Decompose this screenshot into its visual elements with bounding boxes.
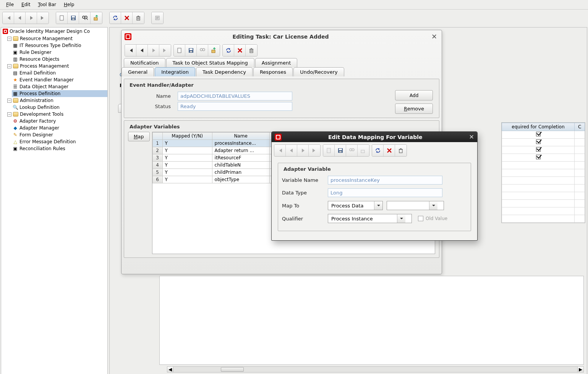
tab-task-dependency[interactable]: Task Dependency xyxy=(196,67,253,76)
expander-icon[interactable]: − xyxy=(7,99,11,103)
old-value-checkbox[interactable] xyxy=(418,216,423,221)
node-adapter-factory[interactable]: Adapter Factory xyxy=(19,118,56,124)
menu-edit[interactable]: Edit xyxy=(18,1,34,8)
tab-assignment[interactable]: Assignment xyxy=(255,58,298,67)
find-button[interactable] xyxy=(346,145,358,156)
variable-name-input[interactable] xyxy=(328,176,442,185)
nav-next-button[interactable] xyxy=(148,45,159,56)
node-resource-objects[interactable]: Resource Objects xyxy=(19,57,59,62)
menu-toolbar[interactable]: Tool Bar xyxy=(34,1,60,8)
nav-last-button[interactable] xyxy=(309,145,320,156)
scroll-thumb[interactable] xyxy=(221,367,244,372)
save-button[interactable] xyxy=(185,45,197,56)
export-button[interactable] xyxy=(358,145,369,156)
map-to-combo-2[interactable] xyxy=(387,201,444,210)
scroll-right-icon[interactable]: ▶ xyxy=(577,367,583,372)
horizontal-scrollbar[interactable]: ◀ ▶ xyxy=(167,366,584,372)
add-adapter-button[interactable]: Add xyxy=(395,90,433,100)
tab-task-object-status[interactable]: Task to Object Status Mapping xyxy=(166,58,254,67)
data-type-input[interactable] xyxy=(328,188,442,197)
trash-button[interactable] xyxy=(395,145,407,156)
col-mapped[interactable]: Mapped (Y/N) xyxy=(162,133,212,140)
nav-prev-button[interactable] xyxy=(286,145,297,156)
map-to-combo[interactable]: Process Data xyxy=(328,201,383,210)
tab-general[interactable]: General xyxy=(121,67,154,76)
node-process-management[interactable]: Process Management xyxy=(20,63,69,69)
node-dev-tools[interactable]: Development Tools xyxy=(20,112,63,117)
delete-button[interactable] xyxy=(384,145,395,156)
map-button[interactable]: Map xyxy=(128,132,150,141)
nav-prev-button[interactable] xyxy=(14,12,26,24)
data-icon: ☰ xyxy=(13,84,18,89)
window-titlebar[interactable]: Editing Task: Car License Added ✕ xyxy=(121,30,442,43)
menu-bar[interactable]: FFileile Edit Tool Bar Help xyxy=(0,0,588,10)
expander-icon[interactable]: − xyxy=(7,112,11,117)
node-adapter-manager[interactable]: Adapter Manager xyxy=(19,125,59,131)
col-c[interactable]: C xyxy=(575,123,585,131)
find-button[interactable] xyxy=(79,12,91,24)
delete-button[interactable] xyxy=(121,12,133,24)
find-button[interactable] xyxy=(197,45,208,56)
qualifier-combo[interactable]: Process Instance xyxy=(328,214,412,223)
tab-integration[interactable]: Integration xyxy=(155,67,195,76)
nav-prev-button[interactable] xyxy=(136,45,148,56)
adapter-status-input[interactable] xyxy=(178,102,292,111)
checkbox-checked-icon[interactable] xyxy=(536,132,541,136)
refresh-button[interactable] xyxy=(372,145,384,156)
tab-undo-recovery[interactable]: Undo/Recovery xyxy=(293,67,344,76)
node-form-designer[interactable]: Form Designer xyxy=(19,132,53,138)
chevron-down-icon[interactable] xyxy=(374,201,382,210)
adapter-name-input[interactable] xyxy=(178,92,292,100)
tab-responses[interactable]: Responses xyxy=(253,67,293,76)
node-data-object[interactable]: Data Object Manager xyxy=(19,84,68,89)
dialog-close-button[interactable]: ✕ xyxy=(469,133,474,141)
export-button[interactable] xyxy=(91,12,102,24)
menu-file[interactable]: FFileile xyxy=(2,1,18,8)
node-rule-designer[interactable]: Rule Designer xyxy=(19,50,52,55)
export-button[interactable] xyxy=(208,45,220,56)
new-button[interactable] xyxy=(174,45,185,56)
chevron-down-icon[interactable] xyxy=(397,214,405,223)
node-process-definition[interactable]: Process Definition xyxy=(19,91,60,96)
nav-first-button[interactable] xyxy=(274,145,286,156)
tab-notification[interactable]: Notification xyxy=(124,58,165,67)
menu-help[interactable]: Help xyxy=(60,1,78,8)
node-error-message[interactable]: Error Message Definition xyxy=(19,139,76,144)
node-resource-management[interactable]: Resource Management xyxy=(20,36,73,41)
checkbox-checked-icon[interactable] xyxy=(536,147,541,152)
node-it-resources[interactable]: IT Resources Type Definitio xyxy=(19,43,81,48)
save-button[interactable] xyxy=(68,12,79,24)
col-required[interactable]: equired for Completion xyxy=(502,123,575,131)
delete-button[interactable] xyxy=(234,45,246,56)
expander-icon[interactable]: − xyxy=(7,64,11,68)
new-button[interactable] xyxy=(323,145,335,156)
nav-first-button[interactable] xyxy=(3,12,14,24)
nav-next-button[interactable] xyxy=(297,145,309,156)
dialog-titlebar[interactable]: Edit Data Mapping For Variable ✕ xyxy=(272,132,477,142)
trash-button[interactable] xyxy=(246,45,257,56)
col-name[interactable]: Name xyxy=(212,133,269,140)
node-administration[interactable]: Administration xyxy=(20,98,53,103)
refresh-button[interactable] xyxy=(223,45,234,56)
refresh-button[interactable] xyxy=(110,12,121,24)
nav-tree[interactable]: Oracle Identity Manager Design Co −Resou… xyxy=(1,27,108,374)
scroll-left-icon[interactable]: ◀ xyxy=(167,367,173,372)
trash-button[interactable] xyxy=(133,12,144,24)
nav-first-button[interactable] xyxy=(125,45,136,56)
remove-adapter-button[interactable]: Remove xyxy=(395,104,433,114)
node-email-definition[interactable]: Email Definition xyxy=(19,70,56,76)
checkbox-checked-icon[interactable] xyxy=(536,139,541,144)
chevron-down-icon[interactable] xyxy=(429,201,437,210)
node-lookup-definition[interactable]: Lookup Definition xyxy=(19,105,60,110)
nav-last-button[interactable] xyxy=(37,12,49,24)
new-button[interactable] xyxy=(56,12,68,24)
notes-button[interactable] xyxy=(152,12,163,24)
save-button[interactable] xyxy=(335,145,346,156)
nav-last-button[interactable] xyxy=(159,45,171,56)
node-reconciliation[interactable]: Reconciliation Rules xyxy=(19,146,65,151)
expander-icon[interactable]: − xyxy=(7,37,11,41)
node-event-handler[interactable]: Event Handler Manager xyxy=(19,77,74,83)
nav-next-button[interactable] xyxy=(26,12,37,24)
close-button[interactable]: ✕ xyxy=(430,32,439,40)
checkbox-checked-icon[interactable] xyxy=(536,155,541,159)
